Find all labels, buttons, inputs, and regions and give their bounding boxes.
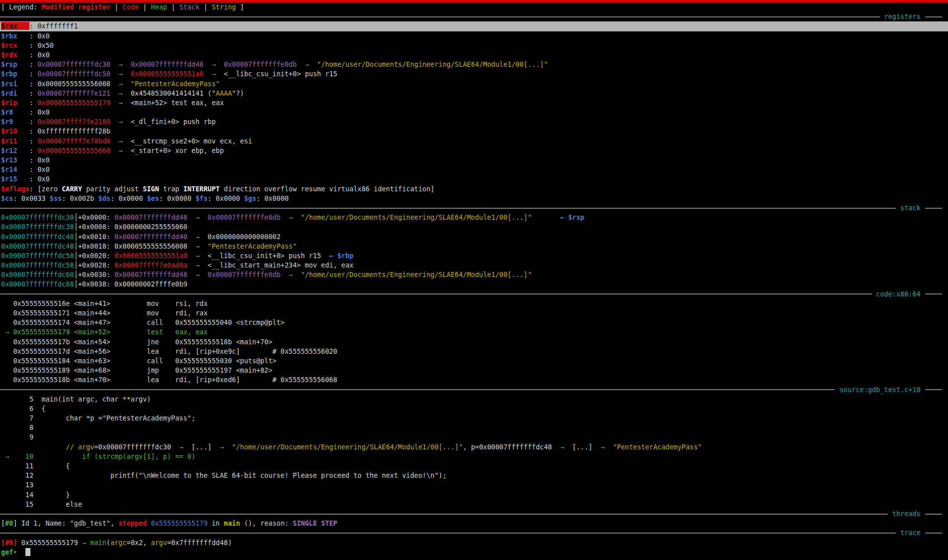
register-row-rdx: $rdx : 0x0 bbox=[0, 50, 948, 60]
text-segment: → bbox=[187, 271, 208, 279]
text-segment: 0x00005555555551a0 bbox=[131, 70, 203, 78]
text-segment: 0x00007fffffffdc68 bbox=[1, 280, 74, 288]
text-segment: "PentesterAcademyPass" bbox=[131, 80, 220, 88]
text-segment: : 0xfffffff1 bbox=[29, 22, 78, 30]
text-segment: : bbox=[29, 137, 37, 145]
code-row-current: → 0x555555555179 <main+52> test eax, eax bbox=[0, 327, 948, 337]
text-segment: =0x7fffffffdd48) bbox=[167, 539, 232, 547]
text-segment: → bbox=[110, 60, 131, 68]
source-row-9: 9 bbox=[0, 432, 948, 442]
separator-line bbox=[0, 514, 888, 515]
registers-separator: registers bbox=[0, 12, 948, 21]
text-segment: → bbox=[187, 252, 208, 260]
gef-prompt-row[interactable]: gef➤ bbox=[0, 548, 948, 557]
text-segment: → bbox=[187, 242, 208, 250]
register-row-eflags: $eflags: [zero CARRY parity adjust SIGN … bbox=[0, 184, 948, 194]
text-segment: 8 bbox=[1, 423, 41, 431]
text-segment: stopped bbox=[119, 519, 147, 527]
text-segment: : bbox=[29, 118, 37, 126]
code-row-4: 0x55555555517b <main+54> jne 0x555555555… bbox=[0, 337, 948, 347]
text-segment: : [zero bbox=[29, 185, 62, 193]
text-segment: 5 main(int argc, char **argv) bbox=[1, 395, 151, 403]
code-row-5: 0x55555555517d <main+56> lea rdi, [rip+0… bbox=[0, 347, 948, 356]
text-segment: 0x555555555179 bbox=[17, 539, 82, 547]
text-segment: $r12 bbox=[1, 146, 29, 154]
register-row-rcx: $rcx : 0x50 bbox=[0, 41, 948, 50]
section-label-source: source:gdb_test.c+10 bbox=[835, 385, 925, 395]
text-segment bbox=[86, 539, 90, 547]
text-segment: trap bbox=[159, 185, 183, 193]
text-segment: : 0x0 bbox=[29, 165, 50, 173]
register-row-r13: $r13 : 0x0 bbox=[0, 155, 948, 165]
text-segment: 0x00007fffffffdc48 bbox=[1, 242, 74, 250]
terminal-cursor[interactable] bbox=[25, 548, 30, 556]
text-segment: "?) bbox=[232, 89, 244, 97]
separator-line bbox=[0, 16, 880, 17]
text-segment: │+0x0028: bbox=[74, 261, 114, 269]
text-segment: → bbox=[560, 443, 564, 451]
source-row-14: 14 } bbox=[0, 490, 948, 500]
register-row-r10: $r10 : 0xfffffffffffff28b bbox=[0, 127, 948, 136]
text-segment: 0x0000555555555060 bbox=[37, 146, 110, 154]
text-segment: : 0x0000 bbox=[110, 194, 147, 202]
section-label-code: code:x86:64 bbox=[872, 289, 925, 299]
text-segment: → bbox=[297, 60, 317, 68]
text-segment: 0x555555555179 bbox=[151, 519, 208, 527]
text-segment: SIGN bbox=[143, 185, 159, 193]
code-row-1: 0x555555555171 <main+44> mov rdi, rax bbox=[0, 308, 948, 318]
text-segment: ] bbox=[236, 3, 244, 11]
separator-line bbox=[0, 208, 896, 209]
text-segment: 0x4548530041414141 (" bbox=[131, 89, 216, 97]
source-row-7: 7 char *p ="PentesterAcademyPass"; bbox=[0, 414, 948, 423]
text-segment: [ Legend: bbox=[1, 3, 41, 11]
text-segment: 0x555555555189 <main+68> jmp 0x555555555… bbox=[1, 366, 273, 374]
text-segment: 13 bbox=[1, 481, 41, 489]
text-segment: │+0x0000: bbox=[74, 213, 114, 221]
text-segment: main bbox=[90, 539, 107, 547]
text-segment: 0x00005555555551a0 bbox=[115, 252, 187, 260]
text-segment: [...] bbox=[183, 443, 220, 451]
text-segment: "/home/user/Documents/Engineering/SLAE64… bbox=[301, 213, 532, 221]
text-segment: "PentesterAcademyPass" bbox=[208, 242, 297, 250]
source-row-13: 13 bbox=[0, 480, 948, 490]
text-segment: [#0] bbox=[1, 539, 17, 547]
text-segment: → bbox=[110, 99, 131, 107]
text-segment: 0x555555555171 <main+44> mov rdi, rax bbox=[1, 309, 208, 317]
trace-row: [#0] 0x555555555179 → main(argc=0x2, arg… bbox=[0, 538, 948, 548]
text-segment: : bbox=[29, 146, 37, 154]
text-segment: 11 { bbox=[1, 462, 70, 470]
separator-line-tail bbox=[925, 208, 942, 209]
text-segment: <__libc_csu_init+0> push r15 bbox=[224, 70, 337, 78]
code-separator: code:x86:64 bbox=[0, 289, 948, 299]
text-segment: → bbox=[281, 271, 301, 279]
text-segment: │+0x0018: 0x0000555555556008 bbox=[74, 242, 187, 250]
text-segment: argc bbox=[111, 539, 127, 547]
text-segment: =0x2, bbox=[127, 539, 151, 547]
section-label-threads: threads bbox=[888, 509, 925, 519]
text-segment: | bbox=[199, 3, 211, 11]
text-segment: $rbp bbox=[1, 70, 29, 78]
source-row-5: 5 main(int argc, char **argv) bbox=[0, 395, 948, 404]
text-segment: → bbox=[110, 70, 131, 78]
text-segment: 0x00007fffffffdc60 bbox=[1, 271, 74, 279]
text-segment: $rsi bbox=[1, 80, 29, 88]
text-segment: gef➤ bbox=[1, 548, 17, 556]
text-segment bbox=[147, 519, 151, 527]
text-segment: → bbox=[110, 137, 131, 145]
register-row-r15: $r15 : 0x0 bbox=[0, 174, 948, 184]
text-segment: 0x00007fffffffdc40 bbox=[1, 233, 74, 241]
text-segment: 0x55555555517d <main+56> lea rdi, [rip+0… bbox=[1, 347, 337, 355]
text-segment: "/home/user/Documents/Engineering/SLAE64… bbox=[232, 443, 463, 451]
text-segment: 0x00007fffffffdc30 bbox=[1, 213, 74, 221]
text-segment: String bbox=[212, 3, 236, 11]
text-segment: 0x00007fffffffdd48 bbox=[131, 60, 203, 68]
text-segment: $rax bbox=[1, 22, 29, 30]
stack-row-6: 0x00007fffffffdc60│+0x0030: 0x00007fffff… bbox=[0, 270, 948, 280]
stack-row-0: 0x00007fffffffdc30│+0x0000: 0x00007fffff… bbox=[0, 213, 948, 222]
text-segment: "/home/user/Documents/Engineering/SLAE64… bbox=[317, 60, 548, 68]
text-segment: main bbox=[224, 519, 240, 527]
register-row-r11: $r11 : 0x00007ffff7e78bd0 → <__strcmp_ss… bbox=[0, 137, 948, 146]
stack-row-3: 0x00007fffffffdc48│+0x0018: 0x0000555555… bbox=[0, 242, 948, 251]
text-segment: 0x00007ffff7e78bd0 bbox=[37, 137, 110, 145]
text-segment: Modified register bbox=[41, 3, 110, 11]
